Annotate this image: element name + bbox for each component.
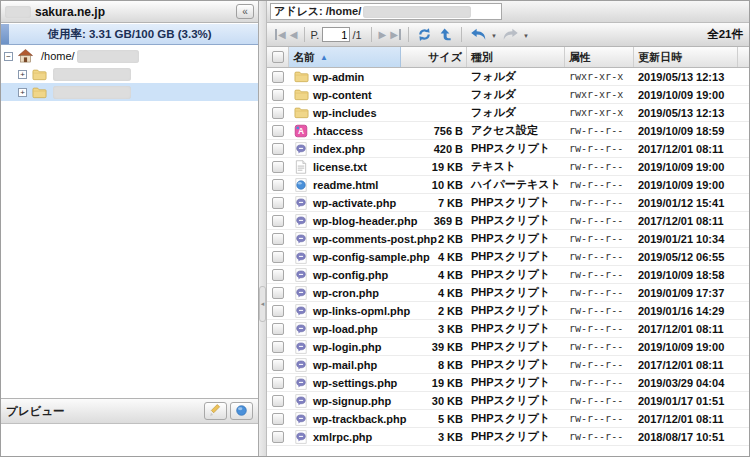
table-row[interactable]: wp-mail.php8 KBPHPスクリプトrw-r--r--2017/12/…	[267, 356, 749, 374]
view-in-browser-button[interactable]	[230, 402, 253, 420]
row-checkbox[interactable]	[272, 395, 284, 407]
collapse-twisty-icon[interactable]: −	[4, 52, 13, 61]
php-icon	[293, 195, 309, 210]
tree-folder-item[interactable]: +	[1, 65, 258, 83]
panel-splitter[interactable]: ◂	[259, 1, 267, 456]
edit-button[interactable]	[204, 402, 227, 420]
row-checkbox[interactable]	[272, 143, 284, 155]
table-row[interactable]: wp-trackback.php5 KBPHPスクリプトrw-r--r--201…	[267, 410, 749, 428]
file-modified-date: 2017/12/01 08:11	[634, 413, 738, 425]
row-checkbox[interactable]	[272, 107, 284, 119]
folder-icon	[293, 69, 309, 84]
next-page-icon[interactable]: ▶	[377, 29, 389, 40]
row-checkbox[interactable]	[272, 71, 284, 83]
row-checkbox[interactable]	[272, 287, 284, 299]
row-checkbox[interactable]	[272, 431, 284, 443]
sidebar-collapse-button[interactable]: «	[236, 4, 254, 19]
file-name: index.php	[313, 143, 365, 155]
table-row[interactable]: wp-contentフォルダrwxr-xr-x2019/10/09 19:00	[267, 86, 749, 104]
row-checkbox[interactable]	[272, 413, 284, 425]
file-name: wp-admin	[313, 71, 364, 83]
file-type: PHPスクリプト	[467, 141, 565, 156]
row-checkbox[interactable]	[272, 179, 284, 191]
row-checkbox[interactable]	[272, 125, 284, 137]
column-header-type[interactable]: 種別	[467, 47, 565, 67]
file-permissions: rw-r--r--	[565, 395, 634, 406]
row-checkbox[interactable]	[272, 215, 284, 227]
table-row[interactable]: wp-config.php4 KBPHPスクリプトrw-r--r--2019/1…	[267, 266, 749, 284]
edit-pencil-icon	[209, 404, 222, 419]
file-modified-date: 2019/10/09 19:00	[634, 341, 738, 353]
table-row[interactable]: wp-blog-header.php369 BPHPスクリプトrw-r--r--…	[267, 212, 749, 230]
file-type: アクセス設定	[467, 123, 565, 138]
tree-root-home[interactable]: − /home/	[1, 47, 258, 65]
column-header-name[interactable]: 名前 ▲	[289, 47, 401, 67]
select-all-cell	[267, 47, 289, 67]
table-row[interactable]: wp-cron.php4 KBPHPスクリプトrw-r--r--2019/01/…	[267, 284, 749, 302]
file-permissions: rwxr-xr-x	[565, 107, 634, 118]
file-permissions: rw-r--r--	[565, 269, 634, 280]
undo-icon[interactable]	[470, 28, 487, 41]
refresh-icon[interactable]	[417, 27, 432, 42]
file-name: wp-mail.php	[313, 359, 377, 371]
folder-icon	[293, 105, 309, 120]
up-directory-icon[interactable]	[438, 27, 453, 42]
preview-panel-header: プレビュー	[1, 398, 258, 424]
column-label: 名前	[293, 50, 315, 65]
table-row[interactable]: readme.html10 KBハイパーテキストrw-r--r--2019/10…	[267, 176, 749, 194]
expand-twisty-icon[interactable]: +	[18, 88, 27, 97]
row-checkbox[interactable]	[272, 305, 284, 317]
splitter-collapse-handle[interactable]: ◂	[259, 286, 266, 322]
table-row[interactable]: wp-settings.php19 KBPHPスクリプトrw-r--r--201…	[267, 374, 749, 392]
file-size: 369 B	[401, 215, 467, 227]
row-checkbox[interactable]	[272, 161, 284, 173]
file-size: 30 KB	[401, 395, 467, 407]
table-row[interactable]: A.htaccess756 Bアクセス設定rw-r--r--2019/10/09…	[267, 122, 749, 140]
file-permissions: rw-r--r--	[565, 251, 634, 262]
expand-twisty-icon[interactable]: +	[18, 70, 27, 79]
row-checkbox[interactable]	[272, 359, 284, 371]
row-checkbox[interactable]	[272, 233, 284, 245]
table-row[interactable]: wp-signup.php30 KBPHPスクリプトrw-r--r--2019/…	[267, 392, 749, 410]
column-header-size[interactable]: サイズ	[401, 47, 467, 67]
tree-folder-item[interactable]: +	[1, 83, 258, 101]
row-checkbox[interactable]	[272, 251, 284, 263]
row-checkbox[interactable]	[272, 377, 284, 389]
last-page-icon[interactable]: ▶	[388, 29, 403, 40]
column-header-date[interactable]: 更新日時	[634, 47, 738, 67]
file-modified-date: 2017/12/01 08:11	[634, 143, 738, 155]
address-field[interactable]: アドレス: /home/	[270, 3, 502, 20]
table-row[interactable]: wp-login.php39 KBPHPスクリプトrw-r--r--2019/1…	[267, 338, 749, 356]
prev-page-icon[interactable]: ◀	[288, 29, 300, 40]
table-row[interactable]: wp-links-opml.php2 KBPHPスクリプトrw-r--r--20…	[267, 302, 749, 320]
table-row[interactable]: wp-config-sample.php4 KBPHPスクリプトrw-r--r-…	[267, 248, 749, 266]
select-all-checkbox[interactable]	[272, 51, 284, 63]
php-icon	[293, 357, 309, 372]
file-modified-date: 2019/10/09 18:58	[634, 269, 738, 281]
row-checkbox[interactable]	[272, 269, 284, 281]
redo-dropdown-icon[interactable]: ▼	[523, 33, 529, 39]
row-checkbox[interactable]	[272, 89, 284, 101]
file-modified-date: 2019/01/12 15:41	[634, 197, 738, 209]
row-checkbox[interactable]	[272, 341, 284, 353]
table-row[interactable]: license.txt19 KBテキストrw-r--r--2019/10/09 …	[267, 158, 749, 176]
table-row[interactable]: wp-adminフォルダrwxr-xr-x2019/05/13 12:13	[267, 68, 749, 86]
table-row[interactable]: index.php420 BPHPスクリプトrw-r--r--2017/12/0…	[267, 140, 749, 158]
redo-icon[interactable]	[502, 28, 519, 41]
table-row[interactable]: wp-includesフォルダrwxr-xr-x2019/05/13 12:13	[267, 104, 749, 122]
file-permissions: rw-r--r--	[565, 287, 634, 298]
file-name: wp-includes	[313, 107, 377, 119]
file-size: 3 KB	[401, 323, 467, 335]
table-row[interactable]: wp-comments-post.php2 KBPHPスクリプトrw-r--r-…	[267, 230, 749, 248]
table-row[interactable]: xmlrpc.php3 KBPHPスクリプトrw-r--r--2018/08/1…	[267, 428, 749, 446]
table-row[interactable]: wp-load.php3 KBPHPスクリプトrw-r--r--2017/12/…	[267, 320, 749, 338]
row-checkbox[interactable]	[272, 197, 284, 209]
row-checkbox[interactable]	[272, 323, 284, 335]
undo-dropdown-icon[interactable]: ▼	[491, 33, 497, 39]
page-number-input[interactable]	[322, 27, 350, 42]
folder-icon	[293, 87, 309, 102]
first-page-icon[interactable]: ◀	[273, 29, 288, 40]
column-header-perm[interactable]: 属性	[565, 47, 634, 67]
column-label: サイズ	[428, 50, 462, 65]
table-row[interactable]: wp-activate.php7 KBPHPスクリプトrw-r--r--2019…	[267, 194, 749, 212]
